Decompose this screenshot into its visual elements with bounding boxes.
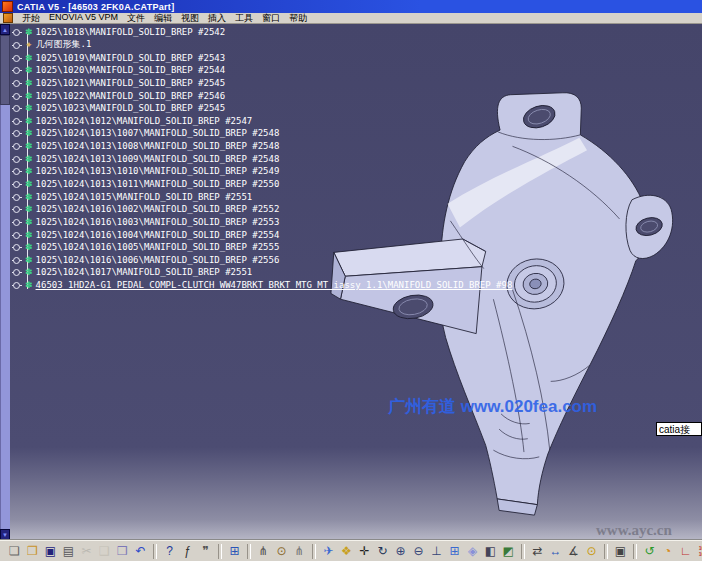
copy-icon[interactable]: ❑: [97, 544, 112, 559]
tree-item-label[interactable]: 1025\1024\1016\1005\MANIFOLD_SOLID_BREP …: [36, 242, 280, 252]
compass-icon[interactable]: ◔: [660, 544, 675, 559]
paste-icon[interactable]: ❒: [115, 544, 130, 559]
tree-scrollbar[interactable]: ▲ ▼: [0, 24, 10, 540]
zoom-in-icon[interactable]: ⊕: [393, 544, 408, 559]
specification-tree[interactable]: 1025\1018\MANIFOLD_SOLID_BREP #2542 几何图形…: [12, 26, 512, 291]
tree-item-label[interactable]: 1025\1024\1016\1002\MANIFOLD_SOLID_BREP …: [36, 204, 280, 214]
print-icon[interactable]: ▤: [61, 544, 76, 559]
tree-item-label[interactable]: 1025\1021\MANIFOLD_SOLID_BREP #2545: [36, 78, 226, 88]
tree-item-label[interactable]: 1025\1024\1017\MANIFOLD_SOLID_BREP #2551: [36, 267, 253, 277]
tree-item[interactable]: 1025\1022\MANIFOLD_SOLID_BREP #2546: [12, 89, 512, 102]
tree-item-label[interactable]: 1025\1024\1013\1011\MANIFOLD_SOLID_BREP …: [36, 179, 280, 189]
menu-item[interactable]: 视图: [181, 12, 199, 25]
tree-item[interactable]: 1025\1024\1013\1011\MANIFOLD_SOLID_BREP …: [12, 178, 512, 191]
tree-expand-node[interactable]: [12, 166, 22, 176]
iso-view-icon[interactable]: ◈: [465, 544, 480, 559]
menu-item[interactable]: 帮助: [289, 12, 307, 25]
scale-numbers-icon[interactable]: 10.1 10.0: [696, 544, 702, 559]
tree-item-label[interactable]: 1025\1023\MANIFOLD_SOLID_BREP #2545: [36, 103, 226, 113]
tree-item-label[interactable]: 1025\1022\MANIFOLD_SOLID_BREP #2546: [36, 91, 226, 101]
menu-item[interactable]: ENOVIA V5 VPM: [49, 12, 118, 25]
tree-item[interactable]: 1025\1024\1016\1003\MANIFOLD_SOLID_BREP …: [12, 216, 512, 229]
tree-item[interactable]: 1025\1024\1013\1007\MANIFOLD_SOLID_BREP …: [12, 127, 512, 140]
tree-item-label[interactable]: 1025\1024\1012\MANIFOLD_SOLID_BREP #2547: [36, 116, 253, 126]
tree-expand-node[interactable]: [12, 179, 22, 189]
shaded-icon[interactable]: ◧: [483, 544, 498, 559]
context-help-icon[interactable]: ?: [162, 544, 177, 559]
tree-item-label[interactable]: 1025\1024\1016\1004\MANIFOLD_SOLID_BREP …: [36, 230, 280, 240]
zoom-out-icon[interactable]: ⊖: [411, 544, 426, 559]
normal-view-icon[interactable]: ⊥: [429, 544, 444, 559]
tree-expand-node[interactable]: [12, 255, 22, 265]
scrollbar-track[interactable]: [0, 105, 10, 529]
tree-item-label[interactable]: 几何图形集.1: [36, 38, 92, 51]
tree-item[interactable]: 1025\1024\1013\1010\MANIFOLD_SOLID_BREP …: [12, 165, 512, 178]
tree-item[interactable]: 1025\1023\MANIFOLD_SOLID_BREP #2545: [12, 102, 512, 115]
tree-item-label[interactable]: 1025\1020\MANIFOLD_SOLID_BREP #2544: [36, 65, 226, 75]
tree-expand-node[interactable]: [12, 141, 22, 151]
menu-item[interactable]: 工具: [235, 12, 253, 25]
swap-view-icon[interactable]: ⇄: [530, 544, 545, 559]
tree-item-label[interactable]: 1025\1024\1016\1003\MANIFOLD_SOLID_BREP …: [36, 217, 280, 227]
tree-item-label[interactable]: 1025\1018\MANIFOLD_SOLID_BREP #2542: [36, 27, 226, 37]
measure-icon[interactable]: ↔: [548, 544, 563, 559]
tree-item-label[interactable]: 1025\1024\1013\1008\MANIFOLD_SOLID_BREP …: [36, 141, 280, 151]
tree-item-label[interactable]: 1025\1024\1015\MANIFOLD_SOLID_BREP #2551: [36, 192, 253, 202]
fx-icon[interactable]: ƒ: [180, 544, 195, 559]
menu-item[interactable]: 文件: [127, 12, 145, 25]
tree-item[interactable]: 1025\1024\1016\1004\MANIFOLD_SOLID_BREP …: [12, 228, 512, 241]
tree-item[interactable]: 1025\1021\MANIFOLD_SOLID_BREP #2545: [12, 77, 512, 90]
tree-expand-node[interactable]: [12, 267, 22, 277]
chat-icon[interactable]: ❞: [198, 544, 213, 559]
tree-expand-node[interactable]: [12, 192, 22, 202]
tree-item[interactable]: 1025\1024\1013\1009\MANIFOLD_SOLID_BREP …: [12, 152, 512, 165]
camera-icon[interactable]: ▣: [613, 544, 628, 559]
tree-item-label[interactable]: 1025\1019\MANIFOLD_SOLID_BREP #2543: [36, 53, 226, 63]
measure-item-icon[interactable]: ∡: [566, 544, 581, 559]
tree-expand-node[interactable]: [12, 230, 22, 240]
tree-item[interactable]: 1025\1024\1012\MANIFOLD_SOLID_BREP #2547: [12, 114, 512, 127]
scrollbar-down-arrow-icon[interactable]: ▼: [0, 529, 10, 540]
tree-expand-node[interactable]: [12, 116, 22, 126]
tree-expand-node[interactable]: [12, 78, 22, 88]
tree-expand-node[interactable]: [12, 154, 22, 164]
tree-expand-node[interactable]: [12, 40, 22, 50]
tree-expand-node[interactable]: [12, 128, 22, 138]
menu-item[interactable]: 编辑: [154, 12, 172, 25]
tree-expand-node[interactable]: [12, 204, 22, 214]
tree-item-label[interactable]: 46503 1HD2A-G1 PEDAL COMPL-CLUTCH WW47BR…: [36, 280, 513, 290]
tree-expand-node[interactable]: [12, 103, 22, 113]
menu-item[interactable]: 开始: [22, 12, 40, 25]
tree-expand-node[interactable]: [12, 91, 22, 101]
tree-item[interactable]: 1025\1024\1016\1006\MANIFOLD_SOLID_BREP …: [12, 254, 512, 267]
tree-item[interactable]: 1025\1024\1017\MANIFOLD_SOLID_BREP #2551: [12, 266, 512, 279]
tree-item-label[interactable]: 1025\1024\1013\1010\MANIFOLD_SOLID_BREP …: [36, 166, 280, 176]
tree-item[interactable]: 1025\1020\MANIFOLD_SOLID_BREP #2544: [12, 64, 512, 77]
padlock-icon[interactable]: ⊙: [274, 544, 289, 559]
open-folder-icon[interactable]: ❐: [25, 544, 40, 559]
rotate-icon[interactable]: ↻: [375, 544, 390, 559]
document-menu-icon[interactable]: [3, 13, 13, 23]
lock-icon[interactable]: ⊙: [584, 544, 599, 559]
menu-item[interactable]: 插入: [208, 12, 226, 25]
tree-item[interactable]: 1025\1024\1015\MANIFOLD_SOLID_BREP #2551: [12, 190, 512, 203]
tree-expand-node[interactable]: [12, 65, 22, 75]
tree-item[interactable]: 1025\1018\MANIFOLD_SOLID_BREP #2542: [12, 26, 512, 39]
tree-item[interactable]: 1025\1024\1016\1002\MANIFOLD_SOLID_BREP …: [12, 203, 512, 216]
tree-item[interactable]: 1025\1024\1013\1008\MANIFOLD_SOLID_BREP …: [12, 140, 512, 153]
scrollbar-up-arrow-icon[interactable]: ▲: [0, 24, 10, 35]
menu-item[interactable]: 窗口: [262, 12, 280, 25]
tree-expand-node[interactable]: [12, 27, 22, 37]
fit-all-icon[interactable]: ❖: [339, 544, 354, 559]
tree-item[interactable]: 46503 1HD2A-G1 PEDAL COMPL-CLUTCH WW47BR…: [12, 279, 512, 292]
tree-item[interactable]: 1025\1024\1016\1005\MANIFOLD_SOLID_BREP …: [12, 241, 512, 254]
tree-item[interactable]: 1025\1019\MANIFOLD_SOLID_BREP #2543: [12, 51, 512, 64]
tree-expand-node[interactable]: [12, 242, 22, 252]
axis-icon[interactable]: ∟: [678, 544, 693, 559]
3d-viewport[interactable]: 1025\1018\MANIFOLD_SOLID_BREP #2542 几何图形…: [0, 24, 702, 540]
tree-expand-node[interactable]: [12, 280, 22, 290]
tree-item-label[interactable]: 1025\1024\1016\1006\MANIFOLD_SOLID_BREP …: [36, 255, 280, 265]
fly-mode-icon[interactable]: ✈: [321, 544, 336, 559]
tree-item[interactable]: 几何图形集.1: [12, 39, 512, 52]
tree-item-label[interactable]: 1025\1024\1013\1007\MANIFOLD_SOLID_BREP …: [36, 128, 280, 138]
